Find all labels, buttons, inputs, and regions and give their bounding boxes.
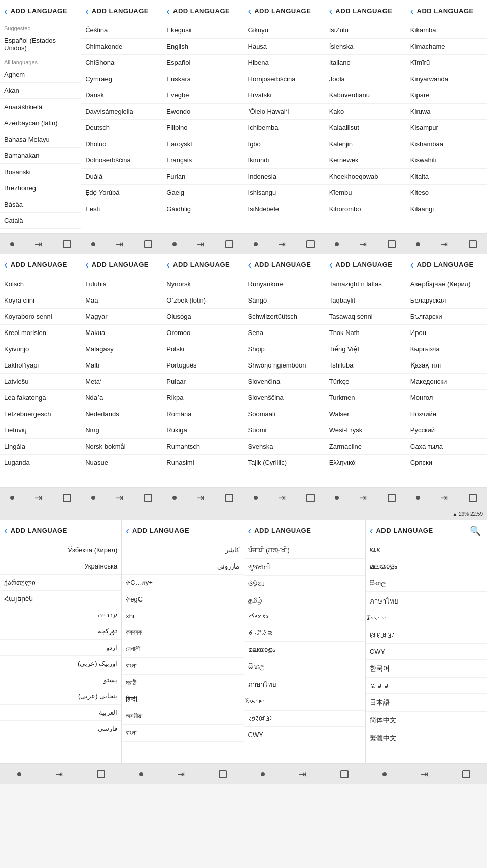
nav-tab-icon[interactable]: ⇥ [440,239,448,250]
list-item[interactable]: Kako [325,104,406,120]
list-item[interactable]: Suomi [244,422,325,439]
back-arrow-icon[interactable]: ‹ [410,259,414,271]
list-item[interactable]: Bahasa Melayu [0,131,81,148]
nav-tab-icon[interactable]: ⇥ [116,239,123,250]
list-item[interactable]: پښتو [0,672,121,688]
list-item[interactable]: Français [162,152,243,169]
list-item[interactable]: Türkçe [325,374,406,390]
list-item[interactable]: IsiZulu [325,22,406,39]
list-item[interactable]: Slovenščina [244,390,325,406]
list-item[interactable]: മലയാളം [366,558,487,575]
nav-square-icon[interactable] [225,240,233,248]
nav-square-icon[interactable] [469,494,477,502]
nav-tab-icon[interactable]: ⇥ [359,239,367,250]
nav-square-icon[interactable] [306,494,315,502]
list-item[interactable]: Kipare [406,87,487,104]
list-item[interactable]: Kölsch [0,276,81,292]
list-item[interactable]: Kiswahili [406,152,487,169]
back-arrow-icon[interactable]: ‹ [166,5,170,17]
list-item[interactable]: Русский [406,422,487,439]
back-arrow-icon[interactable]: ‹ [329,259,333,271]
list-item[interactable]: Malagasy [81,341,162,357]
list-item[interactable]: Hausa [244,39,325,55]
list-item[interactable]: Runyankore [244,276,325,292]
list-item[interactable]: Chimakonde [81,39,162,55]
nav-tab-icon[interactable]: ⇥ [197,239,204,250]
list-item[interactable]: فارسی [0,721,121,737]
list-item[interactable]: অসমীয়া [122,708,243,725]
nav-square-icon[interactable] [469,240,477,248]
list-item[interactable]: IsiNdebele [244,201,325,217]
list-item[interactable]: Akan [0,83,81,99]
list-item[interactable]: xhr [122,608,243,624]
list-item[interactable]: Kĩembu [325,185,406,201]
list-item[interactable]: Filipino [162,120,243,136]
list-item[interactable]: CWY [366,644,487,660]
list-item[interactable]: Kihorombo [325,201,406,217]
list-item[interactable]: CWY [244,727,365,743]
list-item[interactable]: Kishambaa [406,136,487,152]
list-item[interactable]: Indonesia [244,169,325,185]
list-item[interactable]: ქართული [0,575,121,591]
list-item[interactable]: Dansk [81,87,162,104]
list-item[interactable]: Bosanski [0,164,81,180]
list-item[interactable]: ᱥᱟᱱᱛᱟᱲᱤ [244,711,365,727]
list-item[interactable]: Қазақ тілі [406,357,487,374]
back-arrow-icon[interactable]: ‹ [370,525,373,537]
list-item[interactable]: Tasawaq senni [325,309,406,325]
list-item[interactable]: Aghem [0,66,81,83]
list-item[interactable]: English [162,39,243,55]
list-item[interactable]: ትC…ዘy+ [122,575,243,591]
list-item[interactable]: Nederlands [81,406,162,422]
list-item[interactable]: Kalenjin [325,136,406,152]
list-item[interactable]: Ishisangu [244,185,325,201]
nav-square-icon[interactable] [306,240,315,248]
list-item[interactable]: Հայերèն [0,591,121,607]
list-item[interactable]: Hrvatski [244,87,325,104]
list-item[interactable]: Kilaangi [406,201,487,217]
list-item[interactable]: Lakhóf'iyapi [0,357,81,374]
list-item[interactable]: Kreol morisien [0,325,81,341]
list-item[interactable]: Украïнська [0,558,121,575]
list-item[interactable]: Kiteso [406,185,487,201]
list-item[interactable]: Kisampur [406,120,487,136]
list-item[interactable]: Монгол [406,390,487,406]
list-item[interactable]: Español [162,55,243,71]
list-item[interactable]: Kĩmĩrũ [406,55,487,71]
back-arrow-icon[interactable]: ‹ [248,5,252,17]
list-item[interactable]: Tajik (Cyrillic) [244,455,325,471]
list-item[interactable]: Pulaar [162,374,243,390]
back-arrow-icon[interactable]: ‹ [4,5,8,17]
nav-square-icon[interactable] [388,494,396,502]
list-item[interactable]: Lingála [0,439,81,455]
nav-tab-icon[interactable]: ⇥ [34,239,42,250]
list-item[interactable]: Zarmaciine [325,439,406,455]
list-item[interactable]: ককবৰক [122,624,243,641]
list-item[interactable]: Turkmen [325,390,406,406]
back-arrow-icon[interactable]: ‹ [410,5,414,17]
list-item[interactable]: Euskara [162,71,243,87]
list-item[interactable]: Khoekhoeqowab [325,169,406,185]
list-item[interactable]: Gàidhlig [162,201,243,217]
list-item[interactable]: Cymraeg [81,71,162,87]
list-item[interactable]: Olusoga [162,309,243,325]
list-item[interactable]: Gikuyu [244,22,325,39]
list-item[interactable]: Eesti [81,201,162,217]
list-item[interactable]: Runasimi [162,455,243,471]
back-arrow-icon[interactable]: ‹ [85,259,89,271]
list-item[interactable]: Nynorsk [162,276,243,292]
list-item[interactable]: Slovenčina [244,374,325,390]
list-item[interactable]: Српски [406,455,487,471]
list-item[interactable]: ᱥᱟᱱ [366,542,487,558]
list-item[interactable]: Shwóŋò ŋgiembòon [244,357,325,374]
list-item[interactable]: Ẹ̀dẹ̀ Yorùbá [81,185,162,201]
nav-tab-icon[interactable]: ⇥ [421,769,428,780]
list-item[interactable]: বাংলা [122,725,243,742]
list-item[interactable]: Italiano [325,55,406,71]
list-item[interactable]: Igbo [244,136,325,152]
list-item[interactable]: Sena [244,325,325,341]
list-item[interactable]: Dholuo [81,136,162,152]
back-arrow-icon[interactable]: ‹ [248,525,252,537]
back-arrow-icon[interactable]: ‹ [126,525,129,537]
list-item[interactable]: Català [0,213,81,229]
